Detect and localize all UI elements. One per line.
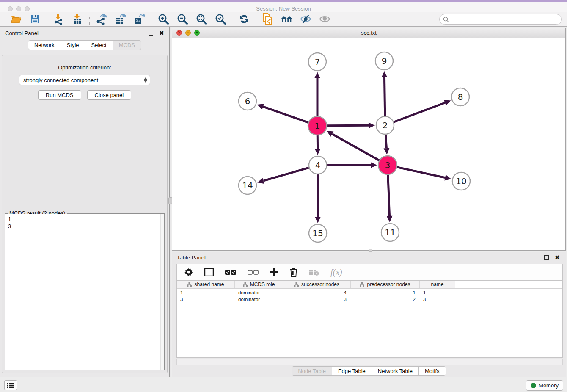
window-title: Session: New Session (0, 6, 567, 12)
graph-node-label: 6 (245, 96, 250, 106)
tab-network-table[interactable]: Network Table (372, 366, 419, 376)
search-input[interactable] (451, 15, 561, 24)
table-header-row: shared nameMCDS rolesuccessor nodesprede… (177, 281, 562, 289)
table-cell[interactable]: 2 (351, 296, 420, 303)
column-header-shared-name[interactable]: shared name (177, 281, 235, 288)
open-session-icon[interactable] (10, 14, 22, 25)
tab-select[interactable]: Select (85, 40, 113, 50)
table-cell[interactable]: dominator (235, 296, 283, 303)
table-cell[interactable]: 4 (283, 289, 351, 296)
graph-edge-3-11[interactable] (388, 175, 390, 216)
memory-button[interactable]: Memory (526, 380, 563, 391)
criterion-select[interactable]: strongly connected component (19, 75, 150, 85)
graph-edge-3-10[interactable] (397, 167, 445, 178)
tab-node-table[interactable]: Node Table (292, 366, 332, 376)
graph-edge-arrowhead (387, 216, 393, 222)
export-network-icon[interactable] (96, 14, 107, 25)
table-cell[interactable]: 1 (420, 289, 455, 296)
column-layout-icon[interactable] (204, 268, 214, 276)
graph-edge-arrowhead (315, 217, 321, 223)
list-icon (7, 382, 14, 388)
vertical-splitter[interactable] (170, 27, 171, 377)
graph-edge-arrowhead (315, 149, 321, 155)
graph-edge-3-1[interactable] (332, 134, 379, 160)
table-float-icon[interactable] (544, 255, 549, 260)
graph-node-label: 9 (382, 56, 387, 66)
close-panel-icon[interactable]: ✖ (159, 30, 164, 36)
deselect-all-icon[interactable] (248, 270, 259, 275)
table-cell[interactable]: dominator (235, 289, 283, 296)
refresh-layout-icon[interactable] (238, 14, 250, 25)
result-scrollbar[interactable] (160, 214, 164, 370)
table-cell[interactable]: 3 (420, 296, 455, 303)
graph-edge-2-9[interactable] (385, 77, 385, 116)
tab-network[interactable]: Network (28, 40, 61, 50)
graph-node-label: 7 (315, 57, 320, 67)
network-window: ✕ − + scc.txt 1234678910111415 (172, 28, 566, 251)
export-image-icon[interactable] (134, 14, 145, 25)
table-horizontal-scrollbar[interactable] (176, 359, 563, 365)
clone-network-icon[interactable] (262, 14, 273, 25)
import-network-icon[interactable] (53, 14, 64, 25)
memory-label: Memory (539, 382, 559, 389)
network-resize-handle[interactable] (369, 249, 372, 252)
graph-edge-arrowhead (382, 71, 388, 77)
table-close-icon[interactable]: ✖ (555, 254, 560, 260)
delete-table-icon[interactable] (309, 269, 319, 276)
table-cell[interactable]: 3 (283, 296, 351, 303)
control-panel: Control Panel ✖ NetworkStyleSelectMCDS O… (0, 27, 170, 377)
first-neighbors-icon[interactable] (281, 14, 292, 25)
column-header-name[interactable]: name (420, 281, 455, 288)
network-window-titlebar[interactable]: ✕ − + scc.txt (172, 28, 565, 38)
float-panel-icon[interactable] (149, 31, 153, 36)
search-box[interactable] (439, 14, 562, 25)
table-cell[interactable]: 1 (351, 289, 420, 296)
add-column-icon[interactable] (270, 268, 278, 276)
close-panel-button[interactable]: Close panel (87, 90, 132, 100)
graph-edge-1-2[interactable] (327, 125, 369, 126)
table-settings-icon[interactable] (184, 268, 193, 276)
search-icon (443, 17, 449, 22)
column-header-predecessor-nodes[interactable]: predecessor nodes (351, 281, 420, 288)
zoom-fit-icon[interactable] (195, 14, 207, 25)
hide-selected-icon[interactable] (300, 14, 311, 25)
tab-mcds[interactable]: MCDS (113, 40, 141, 50)
zoom-in-icon[interactable] (157, 14, 169, 25)
control-panel-title: Control Panel (5, 30, 39, 36)
column-header-successor-nodes[interactable]: successor nodes (283, 281, 351, 288)
zoom-selected-icon[interactable] (215, 14, 226, 25)
table-panel-title: Table Panel (177, 254, 206, 261)
table-tabs: Node TableEdge TableNetwork TableMotifs (172, 366, 566, 376)
task-history-button[interactable] (4, 380, 17, 390)
tab-style[interactable]: Style (61, 40, 85, 50)
select-all-icon[interactable] (225, 270, 236, 275)
graph-node-label: 11 (385, 227, 395, 237)
run-mcds-button[interactable]: Run MCDS (38, 90, 81, 100)
graph-edge-2-3[interactable] (385, 135, 386, 148)
show-all-icon[interactable] (319, 14, 330, 25)
tab-edge-table[interactable]: Edge Table (332, 366, 372, 376)
function-builder-icon[interactable]: f(x) (330, 268, 342, 277)
graph-edge-2-8[interactable] (394, 103, 445, 122)
export-table-icon[interactable] (115, 14, 126, 25)
table-row[interactable]: 1dominator411 (177, 289, 562, 296)
table-panel: Table Panel ✖ f(x) shared nameMCDS roles… (172, 252, 566, 377)
tab-motifs[interactable]: Motifs (419, 366, 446, 376)
table-toolbar: f(x) (176, 264, 563, 281)
table-cell[interactable]: 3 (177, 296, 235, 303)
network-window-title: scc.txt (172, 30, 565, 36)
save-session-icon[interactable] (29, 14, 41, 25)
delete-column-icon[interactable] (290, 268, 297, 277)
graph-edge-arrowhead (383, 148, 389, 155)
table-row[interactable]: 3dominator323 (177, 296, 562, 303)
node-table: shared nameMCDS rolesuccessor nodesprede… (176, 281, 563, 358)
graph-node-label: 8 (458, 92, 463, 102)
graph-edge-1-6[interactable] (263, 107, 308, 122)
zoom-out-icon[interactable] (176, 14, 188, 25)
graph-edge-4-14[interactable] (263, 168, 308, 181)
network-canvas[interactable]: 1234678910111415 (172, 38, 565, 250)
import-table-icon[interactable] (72, 14, 83, 25)
table-cell[interactable]: 1 (177, 289, 235, 296)
mcds-result-text[interactable]: 1 3 (6, 214, 160, 370)
column-header-MCDS-role[interactable]: MCDS role (235, 281, 283, 288)
